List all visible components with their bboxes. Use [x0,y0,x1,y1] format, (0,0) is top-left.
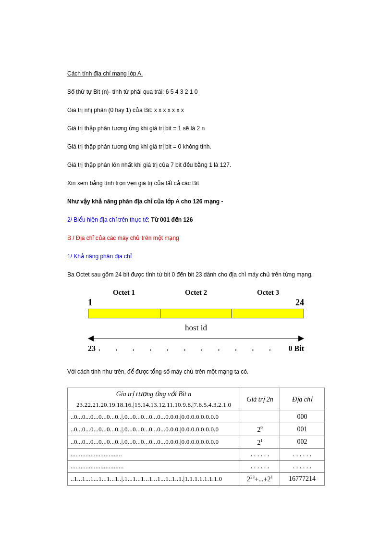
body-text: Số thứ tự Bit (n)- tính từ phải qua trái… [67,88,325,96]
table-cell-gia: . . . . . . [240,449,280,461]
table-cell-bits: ..0...0...0...0...0...0..|.0...0...0...0… [68,411,240,423]
blue-text: 2/ Biểu hiện địa chỉ trên thực tế: [67,216,151,223]
body-text-bold: Như vậy khả năng phân địa chỉ của lớp A … [67,197,325,206]
bit-range-left: 1 [88,298,92,308]
table-row: ..0...0...0...0...0...0..|.0...0...0...0… [68,411,325,423]
body-text: Xin xem bảng tính trọn vẹn giá trị của t… [67,179,325,188]
table-cell-dia: . . . . . . [280,461,325,473]
table-cell-gia: 21 [240,436,280,449]
body-text: Giá trị nhị phân (0 hay 1) của Bit: x x … [67,106,325,114]
bit-end-left: 23 [88,344,98,353]
table-cell-dia: 001 [280,423,325,436]
bit-range-row: 1 24 [88,298,304,308]
bit-range-right: 24 [295,298,304,308]
octet-bar [88,309,304,318]
blue-heading: 1/ Khả năng phân địa chỉ [67,252,325,261]
table-header-dia: Địa chỉ [280,388,325,411]
table-cell-dia: 16777214 [280,473,325,486]
body-text: Giá trị thập phân tương ứng khi giá trị … [67,124,325,133]
bit-end-labels: 23 . . . . . . . . . . . . . 0 Bit [88,344,304,353]
table-cell-bits: ..1...1...1...1...1...1..|.1...1...1...1… [68,473,240,486]
table-cell-gia: . . . . . . [240,461,280,473]
bold-text: Từ 001 đền 126 [151,216,193,223]
document-page: Cách tính địa chỉ mạng lớp A. Số thứ tự … [0,0,392,515]
octet-label: Octet 2 [160,289,232,297]
red-heading: B / Địa chỉ của các máy chủ trên một mạn… [67,234,325,242]
octet-label: Octet 1 [88,289,160,297]
body-text: Giá trị thập phân lớn nhất khi giá trị c… [67,161,325,169]
table-cell-dia: 000 [280,411,325,423]
table-row: ..0...0...0...0...0...0..|.0...0...0...0… [68,436,325,449]
octet-header-row: Octet 1 Octet 2 Octet 3 [88,289,304,297]
table-row: ................................ . . . .… [68,449,325,461]
body-text: 2/ Biểu hiện địa chỉ trên thực tế: Từ 00… [67,215,325,224]
table-cell-dia: . . . . . . [280,449,325,461]
table-cell-gia [240,411,280,423]
table-cell-bits: ............................... [68,449,240,461]
table-header-gia: Giá trị 2n [240,388,280,411]
table-row: ................................. . . . … [68,461,325,473]
table-cell-gia: 223+...+21 [240,473,280,486]
table-cell-bits: ..0...0...0...0...0...0..|.0...0...0...0… [68,423,240,436]
table-cell-gia: 20 [240,423,280,436]
table-header-title: Gía trị tương ứng với Bit n [71,390,237,398]
table-header-row: Gía trị tương ứng với Bit n 23.22.21.20.… [68,388,325,411]
body-text: Ba Octet sau gồm 24 bit được tính từ bit… [67,270,325,279]
body-text: Giá trị thập phân tương ứng khi giá trị … [67,142,325,151]
bit-ticks: . . . . . . . . . . . . . [98,344,286,353]
table-row: ..0...0...0...0...0...0..|.0...0...0...0… [68,423,325,436]
body-text: Với cách tính như trên, để được tổng số … [67,367,325,376]
table-cell-dia: 002 [280,436,325,449]
hostid-label: host id [88,323,304,333]
bit-end-right: 0 Bit [286,344,304,353]
table-row: ..1...1...1...1...1...1..|.1...1...1...1… [68,473,325,486]
arrow-right-icon [298,336,304,341]
table-cell-bits: ................................ [68,461,240,473]
table-header-main: Gía trị tương ứng với Bit n 23.22.21.20.… [68,388,240,411]
bit-value-table: Gía trị tương ứng với Bit n 23.22.21.20.… [67,388,325,486]
table-header-bits: 23.22.21.20.19.18.16.|15.14.13.12.11.10.… [71,401,237,409]
octet-diagram: Octet 1 Octet 2 Octet 3 1 24 host id 23 … [88,289,304,353]
table-body: ..0...0...0...0...0...0..|.0...0...0...0… [68,411,325,486]
octet-label: Octet 3 [232,289,304,297]
table-cell-bits: ..0...0...0...0...0...0..|.0...0...0...0… [68,436,240,449]
section-title: Cách tính địa chỉ mạng lớp A. [67,69,325,78]
bit-arrow [88,335,304,344]
